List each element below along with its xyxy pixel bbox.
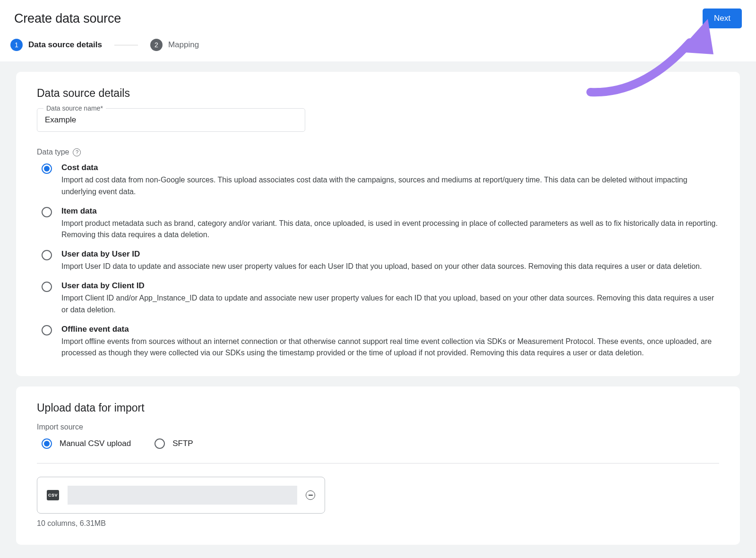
data-type-label: Data type ? (37, 148, 719, 156)
data-type-option-4[interactable]: Offline event dataImport offline events … (42, 325, 719, 360)
data-type-radio-list: Cost dataImport ad cost data from non-Go… (42, 163, 719, 359)
csv-file-icon: CSV (47, 490, 59, 500)
upload-card-title: Upload data for import (37, 402, 719, 414)
data-type-desc-2: Import User ID data to update and associ… (61, 261, 719, 273)
data-type-radio-1[interactable] (42, 207, 52, 217)
data-type-radio-4[interactable] (42, 325, 52, 335)
step-label-2: Mapping (168, 40, 199, 50)
radio-sftp-label: SFTP (172, 439, 193, 448)
step-badge-1: 1 (10, 39, 23, 51)
stepper: 1 Data source details 2 Mapping (0, 33, 756, 61)
data-type-title-0: Cost data (61, 163, 719, 172)
data-type-title-3: User data by Client ID (61, 281, 719, 291)
step-badge-2: 2 (150, 39, 163, 51)
upload-card: Upload data for import Import source Man… (16, 386, 740, 545)
data-type-label-text: Data type (37, 148, 69, 156)
data-type-option-0[interactable]: Cost dataImport ad cost data from non-Go… (42, 163, 719, 198)
step-1[interactable]: 1 Data source details (10, 39, 102, 51)
data-type-title-2: User data by User ID (61, 249, 719, 259)
radio-manual-csv-input[interactable] (42, 438, 52, 449)
radio-sftp[interactable]: SFTP (155, 438, 193, 449)
data-type-option-1[interactable]: Item dataImport product metadata such as… (42, 206, 719, 241)
body-area: Data source details Data source name* Da… (0, 61, 756, 558)
uploaded-file-box: CSV (37, 477, 325, 514)
help-icon[interactable]: ? (73, 148, 81, 156)
import-source-radios: Manual CSV upload SFTP (42, 438, 719, 449)
upload-divider (37, 463, 719, 464)
data-type-desc-3: Import Client ID and/or App_Instance_ID … (61, 292, 719, 316)
radio-manual-csv[interactable]: Manual CSV upload (42, 438, 131, 449)
data-type-option-2[interactable]: User data by User IDImport User ID data … (42, 249, 719, 273)
data-type-title-4: Offline event data (61, 325, 719, 334)
page-title: Create data source (14, 11, 121, 26)
radio-sftp-input[interactable] (155, 438, 165, 449)
step-label-1: Data source details (28, 40, 102, 50)
data-type-desc-0: Import ad cost data from non-Google sour… (61, 174, 719, 198)
name-field-wrap: Data source name* (37, 108, 305, 132)
step-connector (114, 45, 138, 45)
details-card-title: Data source details (37, 87, 719, 100)
details-card: Data source details Data source name* Da… (16, 72, 740, 376)
name-field-label: Data source name* (43, 104, 106, 112)
data-type-radio-2[interactable] (42, 250, 52, 260)
data-type-desc-4: Import offline events from sources witho… (61, 336, 719, 360)
radio-manual-csv-label: Manual CSV upload (60, 439, 131, 448)
data-type-title-1: Item data (61, 206, 719, 216)
data-type-desc-1: Import product metadata such as brand, c… (61, 218, 719, 241)
file-meta: 10 columns, 6.31MB (37, 519, 719, 528)
data-type-radio-3[interactable] (42, 282, 52, 292)
step-2[interactable]: 2 Mapping (150, 39, 199, 51)
data-type-option-3[interactable]: User data by Client IDImport Client ID a… (42, 281, 719, 316)
next-button[interactable]: Next (703, 9, 742, 28)
data-type-radio-0[interactable] (42, 163, 52, 174)
page-header: Create data source Next (0, 0, 756, 33)
import-source-label: Import source (37, 423, 719, 431)
remove-file-icon[interactable] (306, 490, 315, 500)
file-name-redacted (68, 486, 297, 505)
